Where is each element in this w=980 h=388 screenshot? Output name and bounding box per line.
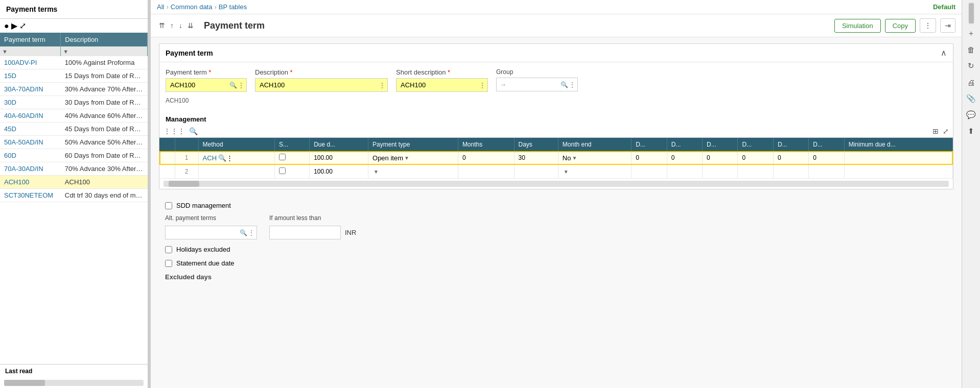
alt-payment-input[interactable] [166,226,238,239]
col-description: Description [61,33,148,46]
table-row[interactable]: 2100.00 ▼ ▼ [159,165,953,179]
sidebar-table-row[interactable]: SCT30NETEOMCdt trf 30 days end of mont [0,189,148,202]
table-col-header: Days [514,138,558,151]
d2-cell [667,165,702,179]
s-checkbox[interactable] [279,167,286,174]
search-icon-3[interactable]: 🔍 [240,229,247,236]
s-cell[interactable] [275,151,310,165]
amount-input[interactable] [270,226,340,239]
group-input[interactable] [509,78,558,91]
row-num: 1 [175,151,198,165]
exit-button[interactable]: ⇥ [940,18,955,33]
comment-icon[interactable]: 💬 [964,107,979,123]
description-input[interactable] [255,79,377,91]
sidebar-table-row[interactable]: 60D60 Days from Date of Receip [0,149,148,162]
filter-icon-desc[interactable]: ▼ [63,48,68,55]
sidebar-icon-circle-left[interactable]: ● [4,21,9,31]
attach-icon[interactable]: 📎 [964,91,979,106]
dropdown-arrow-me[interactable]: ▼ [572,155,577,161]
table-layers-btn[interactable]: ⊞ [932,127,939,135]
sidebar-desc-cell: 100% Against Proforma [61,56,148,69]
copy-button[interactable]: Copy [885,19,916,33]
more-icon-4[interactable]: ⋮ [569,81,575,88]
upload-icon[interactable]: ⬆ [964,124,979,139]
payment-type-cell[interactable]: ▼ [368,165,458,179]
s-checkbox[interactable] [279,154,286,160]
refresh-icon[interactable]: ↻ [964,58,979,74]
col-payment-term: Payment term [0,33,61,46]
sidebar-table-row[interactable]: 100ADV-PI100% Against Proforma [0,56,148,69]
table-row[interactable]: 1ACH 🔍⋮100.00Open item ▼030No ▼000000 [159,151,953,165]
search-icon-1[interactable]: 🔍 [229,82,237,89]
month-end-cell[interactable]: No ▼ [558,151,631,165]
sidebar-table-row[interactable]: 40A-60AD/IN40% Advance 60% After Deli [0,109,148,123]
more-icon-2[interactable]: ⋮ [379,82,385,89]
nav-up-up[interactable]: ⇈ [157,20,167,31]
search-icon-m[interactable]: 🔍 [218,154,226,162]
breadcrumb-all[interactable]: All [157,3,164,11]
sidebar-table-row[interactable]: 45D45 Days from Date of Receip [0,123,148,136]
sidebar-term-cell: SCT30NETEOM [0,189,61,202]
simulation-button[interactable]: Simulation [834,19,881,33]
sidebar-table-row[interactable]: 70A-30AD/IN70% Advance 30% After Deli [0,162,148,176]
h-scroll-thumb [169,181,199,187]
search-icon-2[interactable]: 🔍 [561,81,568,88]
collapse-button[interactable]: ∧ [941,48,947,58]
table-col-header: S... [275,138,310,151]
alt-payment-group: Alt. payment terms 🔍 ⋮ [165,214,257,239]
add-icon[interactable]: ＋ [964,26,979,41]
nav-up[interactable]: ↑ [168,20,176,31]
card-header: Payment term ∧ [159,44,953,62]
short-desc-label: Short description * [396,68,488,76]
sidebar-desc-cell: 50% Advance 50% After Deli [61,136,148,149]
h-scrollbar[interactable] [164,181,949,187]
table-search-btn[interactable]: 🔍 [189,127,198,135]
sidebar-table-row[interactable]: 50A-50AD/IN50% Advance 50% After Deli [0,136,148,149]
sidebar-icon-play[interactable]: ▶ [11,21,17,31]
s-cell[interactable] [275,165,310,179]
method-link[interactable]: ACH [203,154,217,162]
payment-term-input[interactable] [166,79,227,91]
more-icon-3[interactable]: ⋮ [479,82,485,89]
dropdown-arrow-pt2[interactable]: ▼ [374,169,379,175]
management-title: Management [159,111,953,125]
sidebar-desc-cell: Cdt trf 30 days end of mont [61,189,148,202]
trash-icon[interactable]: 🗑 [964,42,979,57]
description-field-group: Description * ⋮ [255,68,388,92]
table-menu-btn[interactable]: ⋮⋮⋮ [164,127,185,135]
payment-type-cell[interactable]: Open item ▼ [368,151,458,165]
sidebar-table-row[interactable]: 30D30 Days from Date of Receip [0,96,148,109]
arrow-icon: → [497,81,509,88]
card-body: Payment term * 🔍 ⋮ [159,62,953,111]
statement-checkbox[interactable] [165,260,172,267]
form-row-1: Payment term * 🔍 ⋮ [166,68,947,92]
sidebar-table-row[interactable]: ACH100ACH100 [0,176,148,189]
print-icon[interactable]: 🖨 [964,75,979,90]
breadcrumb-bp[interactable]: BP tables [219,3,247,11]
more-icon-m[interactable]: ⋮ [226,154,233,162]
form-bottom: SDD management Alt. payment terms 🔍 ⋮ If… [159,196,953,289]
nav-down[interactable]: ↓ [177,20,184,31]
dropdown-arrow-pt[interactable]: ▼ [404,155,409,161]
dropdown-arrow-me[interactable]: ▼ [564,169,569,175]
nav-down-down[interactable]: ⇊ [185,20,196,31]
filter-icon-term[interactable]: ▼ [2,48,8,55]
short-desc-input[interactable] [396,79,477,91]
holidays-checkbox[interactable] [165,246,172,253]
more-icon-5[interactable]: ⋮ [248,229,254,236]
sidebar-table-row[interactable]: 30A-70AD/IN30% Advance 70% After Deli [0,83,148,96]
sidebar-table-row[interactable]: 15D15 Days from Date of Receip [0,69,148,83]
v-scrollbar[interactable] [968,2,974,25]
currency-label: INR [345,229,356,236]
breadcrumb-common[interactable]: Common data [171,3,213,11]
short-desc-icons: ⋮ [477,82,487,89]
sidebar-icon-expand[interactable]: ⤢ [19,21,26,31]
alt-payment-input-wrap: 🔍 ⋮ [165,226,257,239]
group-field-group: Group → 🔍 ⋮ [496,68,578,92]
month-end-cell[interactable]: ▼ [558,165,631,179]
more-icon-1[interactable]: ⋮ [238,82,244,89]
more-button[interactable]: ⋮ [920,18,936,33]
table-expand-btn[interactable]: ⤢ [943,127,949,135]
d4-cell: 0 [738,151,773,165]
sdd-checkbox[interactable] [165,202,172,209]
